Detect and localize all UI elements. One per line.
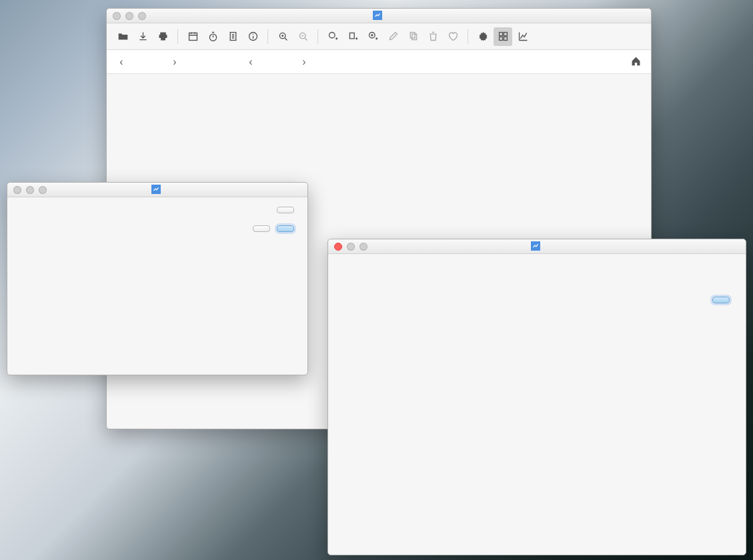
next-year-button[interactable]: › <box>296 56 312 68</box>
svg-rect-13 <box>499 33 502 36</box>
statistics-window <box>7 182 308 375</box>
statistics-title <box>7 185 307 195</box>
results-close-button[interactable] <box>712 297 730 303</box>
window-title <box>107 11 651 21</box>
copy-icon[interactable] <box>404 27 422 46</box>
close-button[interactable] <box>253 225 270 232</box>
info-icon[interactable] <box>243 27 262 46</box>
toolbar <box>107 23 651 50</box>
app-icon <box>151 185 161 194</box>
svg-rect-14 <box>504 33 507 36</box>
heart-icon[interactable] <box>444 27 462 46</box>
add-note-icon[interactable] <box>363 27 382 46</box>
svg-point-7 <box>329 33 335 39</box>
svg-rect-1 <box>189 33 197 40</box>
chart-icon[interactable] <box>514 27 532 46</box>
stopwatch-icon[interactable] <box>203 27 222 46</box>
svg-rect-8 <box>349 33 354 39</box>
print-icon[interactable] <box>153 27 172 46</box>
delete-icon[interactable] <box>424 27 442 46</box>
results-title <box>328 241 746 251</box>
svg-rect-15 <box>499 37 502 40</box>
add-weight-icon[interactable] <box>343 27 362 46</box>
titlebar-main[interactable] <box>107 9 651 23</box>
app-icon <box>531 241 540 251</box>
titlebar-results[interactable] <box>328 239 746 254</box>
zoom-in-icon[interactable] <box>273 27 292 46</box>
svg-rect-16 <box>504 37 507 40</box>
add-exercise-icon[interactable] <box>323 27 342 46</box>
change-button[interactable] <box>277 207 294 213</box>
next-month-button[interactable]: › <box>167 56 183 68</box>
prev-year-button[interactable]: ‹ <box>243 56 259 68</box>
app-icon <box>373 11 382 20</box>
prev-month-button[interactable]: ‹ <box>113 56 129 68</box>
calendar-view-icon[interactable] <box>494 27 512 46</box>
svg-rect-11 <box>412 34 416 40</box>
edit-icon[interactable] <box>384 27 402 46</box>
titlebar-statistics[interactable] <box>7 183 307 197</box>
note-icon[interactable] <box>223 27 242 46</box>
results-window <box>327 239 746 555</box>
settings-icon[interactable] <box>474 27 492 46</box>
zoom-out-icon[interactable] <box>293 27 312 46</box>
svg-rect-10 <box>410 33 415 39</box>
calendar-icon[interactable] <box>183 27 202 46</box>
calendar-nav: ‹ › ‹ › <box>107 50 651 74</box>
open-icon[interactable] <box>113 27 132 46</box>
calculate-button[interactable] <box>277 225 294 232</box>
save-icon[interactable] <box>133 27 152 46</box>
home-icon[interactable] <box>630 55 642 69</box>
